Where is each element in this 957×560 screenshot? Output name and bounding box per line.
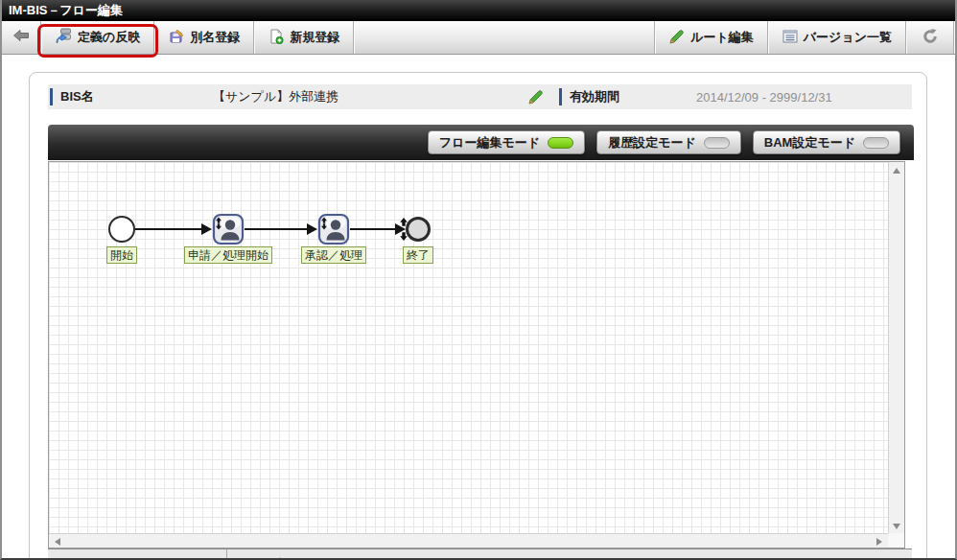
flow-connector [135,228,201,230]
main-area: BIS名 【サンプル】外部連携 有効期間 2014/12/09 - 2999/1… [2,55,955,560]
toggle-off-indicator [704,137,730,149]
refresh-icon [922,28,939,48]
flow-connector [350,228,395,230]
flow-edit-panel: BIS名 【サンプル】外部連携 有効期間 2014/12/09 - 2999/1… [29,72,927,560]
flow-edit-mode-label: フロー編集モード [439,134,540,152]
toolbar-spacer [355,21,654,54]
flow-canvas[interactable]: 開始 申請／処理開始 承認／処理 終了 [49,162,888,533]
back-arrow-icon [12,29,30,46]
table-header-node-name: ノード名 [48,549,227,560]
bam-setting-mode-button[interactable]: BAM設定モード [753,130,900,154]
history-setting-mode-label: 履歴設定モード [608,134,696,152]
node-label-end: 終了 [403,246,433,264]
start-event-node[interactable] [108,216,135,243]
pencil-icon [528,89,544,105]
back-button[interactable] [2,21,40,54]
user-task-node-1[interactable] [212,213,245,249]
edit-bis-name-button[interactable] [528,89,544,105]
bam-setting-mode-label: BAM設定モード [764,134,855,152]
toggle-on-indicator [548,137,573,149]
scrollbar-corner [888,533,904,548]
new-register-label: 新規登録 [290,29,339,46]
refresh-button[interactable] [907,21,953,54]
new-document-icon [268,29,284,47]
bis-info-bar: BIS名 【サンプル】外部連携 有効期間 2014/12/09 - 2999/1… [48,84,912,109]
new-register-button[interactable]: 新規登録 [255,21,353,54]
scroll-down-icon[interactable] [893,524,900,529]
node-label-task2: 承認／処理 [301,246,366,264]
scroll-left-icon[interactable] [55,538,60,546]
flow-connector-arrowhead [201,223,212,235]
valid-period-value: 2014/12/09 - 2999/12/31 [696,90,912,105]
end-event-node[interactable] [406,217,431,242]
toggle-off-indicator [863,137,889,149]
version-list-button[interactable]: バージョン一覧 [769,21,905,54]
horizontal-scrollbar[interactable] [49,533,888,548]
flow-edit-mode-button[interactable]: フロー編集モード [428,130,585,154]
vertical-scrollbar[interactable] [888,162,904,533]
alias-save-icon [169,29,184,47]
mode-bar: フロー編集モード 履歴設定モード BAM設定モード [48,125,914,160]
route-edit-button[interactable]: ルート編集 [656,21,767,54]
version-list-icon [782,30,798,46]
page-title: IM-BIS－フロー編集 [0,0,957,21]
table-header-settings: 設定内容 [227,549,912,560]
reflect-definition-label: 定義の反映 [78,29,140,46]
bis-name-label: BIS名 [53,88,213,105]
bis-name-value: 【サンプル】外部連携 [213,88,528,105]
pencil-icon [669,29,685,47]
end-event-arrows-icon [399,217,408,245]
scroll-right-icon[interactable] [876,538,882,546]
user-task-icon [212,213,245,245]
flow-connector-arrowhead [307,223,317,235]
history-setting-mode-button[interactable]: 履歴設定モード [596,130,741,154]
toolbar: 定義の反映 別名登録 [2,21,955,55]
reflect-definition-icon [56,28,72,47]
flow-connector [245,228,307,230]
route-edit-label: ルート編集 [690,29,754,46]
reflect-definition-button[interactable]: 定義の反映 [42,21,153,54]
user-task-icon [317,213,350,245]
node-label-start: 開始 [106,246,137,264]
valid-period-label: 有効期間 [562,88,696,105]
scroll-up-icon[interactable] [893,168,900,174]
node-settings-table: ノード名 設定内容 [48,548,912,560]
version-list-label: バージョン一覧 [804,29,892,46]
flow-canvas-container: 開始 申請／処理開始 承認／処理 終了 [48,161,905,548]
user-task-node-2[interactable] [317,213,350,249]
node-label-task1: 申請／処理開始 [184,246,272,264]
alias-register-button[interactable]: 別名登録 [155,21,253,54]
im-bis-window: IM-BIS－フロー編集 定義の反映 [0,0,957,560]
alias-register-label: 別名登録 [190,29,240,46]
toolbar-separator [953,21,955,54]
